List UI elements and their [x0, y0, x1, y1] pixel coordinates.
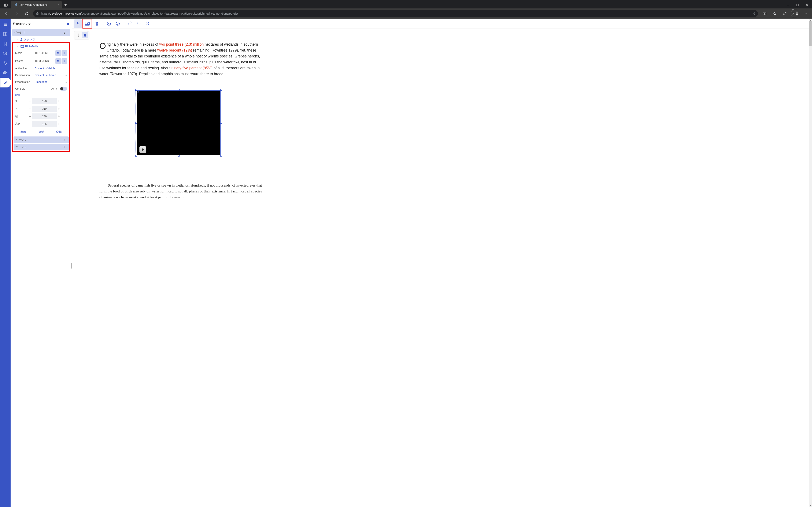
- layers-button[interactable]: [0, 49, 11, 58]
- side-rail: ›: [0, 18, 11, 507]
- url-input[interactable]: https://developer.mescius.com/document-s…: [33, 10, 758, 17]
- controls-toggle-row: Controls いいえ: [13, 86, 69, 92]
- poster-delete-button[interactable]: [55, 58, 61, 64]
- document-paragraph-2: Several species of game fish live or spa…: [99, 182, 262, 200]
- richmedia-annotation-row[interactable]: ⌄ RichMedia: [13, 44, 69, 49]
- nav-reload-button[interactable]: [23, 10, 31, 17]
- menu-button[interactable]: [0, 19, 11, 29]
- collections-icon[interactable]: [760, 10, 769, 17]
- folder-icon[interactable]: [35, 52, 38, 54]
- scroll-thumb[interactable]: [809, 21, 812, 46]
- height-increment-button[interactable]: +: [57, 121, 61, 127]
- page-2-row[interactable]: ページ 2 1 ›: [13, 136, 69, 143]
- richmedia-properties-highlight: ⌄ RichMedia Media 1.41 MB Poster 3.58 KB…: [12, 42, 70, 152]
- resize-handle-se[interactable]: [220, 155, 222, 157]
- panel-splitter[interactable]: [71, 263, 72, 269]
- window-maximize-button[interactable]: [793, 2, 802, 8]
- resize-handle-w[interactable]: [135, 122, 137, 124]
- thumbnails-button[interactable]: [0, 29, 11, 39]
- panel-close-button[interactable]: ×: [67, 22, 69, 26]
- annotation-editor-button[interactable]: ›: [0, 78, 11, 88]
- browser-tab[interactable]: Rich Media Annotations ×: [11, 1, 62, 8]
- width-input[interactable]: [32, 113, 57, 119]
- presentation-label: Presentation: [15, 80, 35, 83]
- window-close-button[interactable]: [802, 2, 812, 8]
- chevron-down-icon: ⌄: [65, 67, 67, 70]
- stamp-annotation-row[interactable]: › スタンプ: [12, 37, 70, 42]
- tags-button[interactable]: [0, 58, 11, 68]
- media-size: 1.41 MB: [39, 52, 55, 55]
- sync-icon[interactable]: [781, 10, 789, 17]
- chevron-right-icon: ›: [66, 138, 67, 141]
- scroll-down-icon[interactable]: ▼: [809, 504, 812, 507]
- document-page[interactable]: × Originally there were in excess of two…: [72, 29, 812, 507]
- new-tab-button[interactable]: +: [62, 1, 69, 8]
- media-download-button[interactable]: [61, 50, 67, 56]
- resize-handle-nw[interactable]: [135, 89, 137, 91]
- resize-handle-s[interactable]: [178, 155, 180, 157]
- favorite-icon[interactable]: [770, 10, 779, 17]
- x-decrement-button[interactable]: −: [28, 98, 32, 104]
- x-input[interactable]: [32, 98, 57, 104]
- chevron-right-icon: ›: [17, 38, 18, 41]
- attachments-button[interactable]: [0, 68, 11, 78]
- resize-handle-n[interactable]: [178, 89, 180, 91]
- x-increment-button[interactable]: +: [57, 98, 61, 104]
- richmedia-annotation[interactable]: ✥: [136, 90, 221, 156]
- media-delete-button[interactable]: [55, 50, 61, 56]
- width-label: 幅: [15, 115, 28, 118]
- poster-download-button[interactable]: [61, 58, 67, 64]
- bookmarks-button[interactable]: [0, 39, 11, 49]
- folder-icon[interactable]: [35, 60, 38, 62]
- resize-handle-e[interactable]: [220, 122, 222, 124]
- reader-mode-icon[interactable]: Aﾂ: [753, 12, 755, 15]
- nav-back-button[interactable]: [3, 10, 10, 17]
- width-increment-button[interactable]: +: [57, 113, 61, 119]
- tab-close-icon[interactable]: ×: [53, 3, 59, 7]
- height-input[interactable]: [32, 121, 57, 127]
- y-increment-button[interactable]: +: [57, 106, 61, 112]
- width-decrement-button[interactable]: −: [28, 113, 32, 119]
- text-select-mode-button[interactable]: [75, 32, 82, 38]
- save-button[interactable]: [143, 19, 152, 28]
- activation-dropdown[interactable]: Activation Content Is Visible ⌄: [13, 65, 69, 72]
- undo-button[interactable]: [125, 19, 134, 28]
- select-tool-button[interactable]: [73, 19, 82, 28]
- y-decrement-button[interactable]: −: [28, 106, 32, 112]
- close-float-toolbar-icon[interactable]: ×: [87, 31, 89, 33]
- tab-overview-button[interactable]: [3, 2, 9, 8]
- page-count: 1: [63, 138, 65, 142]
- view-mode-toolbar: ×: [74, 31, 89, 39]
- window-minimize-button[interactable]: [783, 2, 793, 8]
- next-annotation-button[interactable]: [113, 19, 122, 28]
- tab-favicon-icon: [13, 3, 17, 6]
- deactivation-dropdown[interactable]: Deactivation Content Is Clicked ⌄: [13, 72, 69, 78]
- redo-button[interactable]: [135, 19, 143, 28]
- chevron-right-icon: ›: [66, 146, 67, 148]
- presentation-dropdown[interactable]: Presentation Embedded ⌄: [13, 78, 69, 86]
- y-input[interactable]: [32, 106, 57, 112]
- browser-menu-button[interactable]: ⋯: [801, 10, 809, 17]
- resize-handle-sw[interactable]: [135, 155, 137, 157]
- svg-rect-1: [4, 4, 5, 6]
- delete-tool-button[interactable]: [93, 19, 101, 28]
- duplicate-button[interactable]: 複製: [37, 129, 45, 135]
- resize-handle-ne[interactable]: [220, 89, 222, 91]
- svg-rect-10: [37, 13, 38, 14]
- richmedia-tool-button[interactable]: [83, 19, 92, 28]
- controls-toggle[interactable]: [60, 87, 67, 91]
- page-3-row[interactable]: ページ 3 1 ›: [13, 144, 69, 151]
- svg-rect-5: [16, 3, 17, 6]
- vertical-scrollbar[interactable]: ▲ ▼: [809, 18, 812, 507]
- presentation-value: Embedded: [35, 80, 65, 83]
- height-decrement-button[interactable]: −: [28, 121, 32, 127]
- convert-button[interactable]: 変換: [55, 129, 63, 135]
- page-1-row[interactable]: ページ 1 2 ⌄: [12, 29, 70, 36]
- stamp-label: スタンプ: [24, 38, 35, 41]
- play-button[interactable]: [139, 146, 146, 153]
- move-handle-icon[interactable]: ✥: [137, 91, 140, 93]
- delete-button[interactable]: 削除: [19, 129, 28, 135]
- prev-annotation-button[interactable]: [105, 19, 113, 28]
- url-text: https://developer.mescius.com/document-s…: [41, 12, 751, 15]
- profile-button[interactable]: ゲスト: [791, 10, 799, 17]
